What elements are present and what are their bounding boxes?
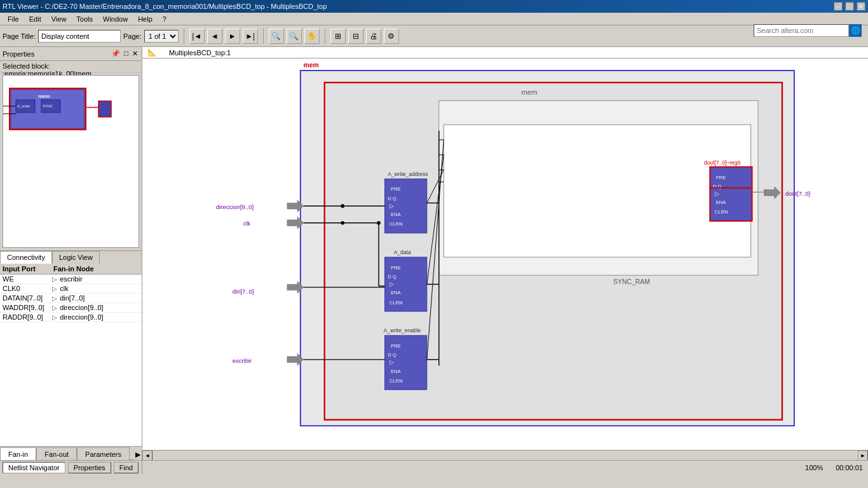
toolbar-btn-pan[interactable]: ✋ — [304, 29, 320, 44]
search-input[interactable] — [754, 24, 849, 37]
svg-text:CLRN: CLRN — [390, 300, 403, 306]
canvas-area: 📐 MultiplesBCD_top:1 mem mem SYNC_RAM A … — [142, 47, 868, 474]
svg-text:D      Q: D Q — [388, 274, 397, 280]
svg-text:ENA: ENA — [716, 200, 727, 205]
svg-text:PRE: PRE — [716, 175, 726, 180]
svg-text:mem: mem — [521, 88, 537, 96]
bbar-tab-netlist[interactable]: Netlist Navigator — [3, 462, 65, 473]
fanin-node-2: ▷din[7..0] — [52, 294, 139, 302]
close-button[interactable]: ✕ — [857, 2, 865, 11]
svg-text:A_data: A_data — [394, 249, 411, 255]
statusbar: 100% 00:00:01 — [142, 460, 868, 474]
conn-row-4[interactable]: RADDR[9..0] ▷direccion[9..0] — [0, 313, 142, 322]
input-port-2: DATAIN[7..0] — [3, 294, 52, 302]
svg-rect-22 — [444, 125, 750, 257]
menu-file[interactable]: File — [3, 14, 24, 24]
input-port-3: WADDR[9..0] — [3, 304, 52, 311]
menu-question[interactable]: ? — [158, 14, 172, 24]
time-display: 00:00:01 — [836, 464, 863, 471]
svg-text:mem: mem — [304, 62, 319, 69]
input-port-0: WE — [3, 275, 52, 283]
toolbar-separator-2 — [263, 29, 264, 44]
titlebar: RTL Viewer - C:/DE2-70 Master/Entrenador… — [0, 0, 868, 13]
toolbar-btn-print[interactable]: 🖨 — [366, 29, 381, 44]
page-title-label: Page Title: — [3, 32, 36, 40]
svg-text:D      Q: D Q — [388, 196, 397, 201]
toolbar-btn-fit[interactable]: ⊞ — [330, 29, 346, 44]
minimize-button[interactable]: ─ — [834, 2, 843, 11]
canvas-tab-label: MultiplesBCD_top:1 — [169, 49, 231, 57]
panel-expand-button[interactable]: ▶ — [134, 449, 142, 460]
svg-text:▷: ▷ — [390, 359, 394, 365]
svg-text:ENA: ENA — [391, 369, 402, 374]
conn-row-2[interactable]: DATAIN[7..0] ▷din[7..0] — [0, 294, 142, 303]
toolbar-btn-first[interactable]: |◄ — [189, 29, 205, 44]
svg-text:▷: ▷ — [715, 191, 719, 197]
scroll-track[interactable] — [153, 451, 858, 461]
tab-logic-view[interactable]: Logic View — [52, 251, 100, 264]
header-input-port: Input Port — [3, 265, 53, 273]
toolbar: Page Title: Page: 1 of 1 |◄ ◄ ► ►| 🔍 🔍 ✋… — [0, 25, 868, 47]
svg-text:SYNC_RAM: SYNC_RAM — [613, 278, 650, 285]
search-globe-button[interactable]: 🌐 — [849, 24, 862, 37]
toolbar-btn-next[interactable]: ► — [225, 29, 240, 44]
conn-row-1[interactable]: CLK0 ▷clk — [0, 284, 142, 294]
preview-area: mem A_write SYNC — [3, 75, 139, 248]
search-area: 🌐 — [754, 24, 862, 37]
svg-text:CLRN: CLRN — [715, 210, 728, 215]
canvas-tab-icon: 📐 — [147, 48, 156, 57]
tab-connectivity[interactable]: Connectivity — [0, 251, 52, 264]
menu-tools[interactable]: Tools — [71, 14, 98, 24]
props-pin-button[interactable]: 📌 — [110, 50, 121, 58]
zoom-level: 100% — [805, 464, 823, 471]
titlebar-controls[interactable]: ─ □ ✕ — [834, 2, 865, 11]
canvas-content[interactable]: mem mem SYNC_RAM A write_enable A data[7… — [142, 58, 868, 450]
scrollbar-horizontal: ◄ ► — [142, 450, 868, 460]
props-close-button[interactable]: ✕ — [131, 50, 139, 58]
fanin-node-1: ▷clk — [52, 285, 139, 292]
svg-rect-10 — [98, 101, 111, 117]
svg-text:clk: clk — [243, 220, 251, 227]
selected-block-label: Selected block: — [3, 62, 50, 70]
properties-controls: 📌 □ ✕ — [110, 50, 139, 58]
props-float-button[interactable]: □ — [123, 50, 130, 58]
bbar-tab-properties[interactable]: Properties — [68, 462, 111, 473]
tab-parameters[interactable]: Parameters — [77, 447, 130, 460]
svg-text:dout[7..0]: dout[7..0] — [785, 190, 810, 197]
svg-text:mem: mem — [38, 93, 50, 99]
titlebar-title: RTL Viewer - C:/DE2-70 Master/Entrenador… — [3, 3, 327, 10]
input-port-4: RADDR[9..0] — [3, 313, 52, 321]
fanin-node-0: ▷escribir — [52, 275, 139, 283]
svg-text:SYNC: SYNC — [43, 104, 53, 108]
connectivity-tabs: Connectivity Logic View — [0, 250, 142, 264]
tab-fanout[interactable]: Fan-out — [36, 447, 77, 460]
conn-row-3[interactable]: WADDR[9..0] ▷direccion[9..0] — [0, 303, 142, 313]
canvas-tab: 📐 MultiplesBCD_top:1 — [142, 47, 868, 58]
toolbar-btn-zoomin[interactable]: 🔍 — [269, 29, 284, 44]
svg-text:PRE: PRE — [391, 343, 401, 349]
menu-view[interactable]: View — [46, 14, 72, 24]
conn-row-0[interactable]: WE ▷escribir — [0, 274, 142, 284]
menu-window[interactable]: Window — [98, 14, 133, 24]
toolbar-separator-1 — [184, 29, 184, 44]
page-title-input[interactable] — [38, 30, 121, 43]
tab-fanin[interactable]: Fan-in — [0, 447, 36, 460]
connectivity-table-header: Input Port Fan-in Node — [0, 264, 142, 274]
toolbar-btn-export[interactable]: ⚙ — [384, 29, 399, 44]
svg-text:D      Q: D Q — [388, 352, 397, 358]
bbar-tab-find[interactable]: Find — [114, 462, 139, 473]
scroll-left-button[interactable]: ◄ — [142, 451, 153, 461]
scroll-right-button[interactable]: ► — [858, 451, 868, 461]
toolbar-btn-last[interactable]: ►| — [243, 29, 258, 44]
svg-text:din[7..0]: din[7..0] — [233, 288, 254, 295]
maximize-button[interactable]: □ — [845, 2, 854, 11]
left-panel: Properties 📌 □ ✕ Selected block: :emoria… — [0, 47, 142, 474]
toolbar-btn-zoomout[interactable]: 🔍 — [287, 29, 302, 44]
preview-schematic: mem A_write SYNC — [3, 76, 118, 139]
menu-edit[interactable]: Edit — [24, 14, 46, 24]
toolbar-btn-prev[interactable]: ◄ — [207, 29, 222, 44]
toolbar-btn-grid[interactable]: ⊟ — [348, 29, 363, 44]
page-select[interactable]: 1 of 1 — [144, 30, 179, 43]
schematic-svg: mem mem SYNC_RAM A write_enable A data[7… — [142, 58, 868, 450]
menu-help[interactable]: Help — [133, 14, 158, 24]
